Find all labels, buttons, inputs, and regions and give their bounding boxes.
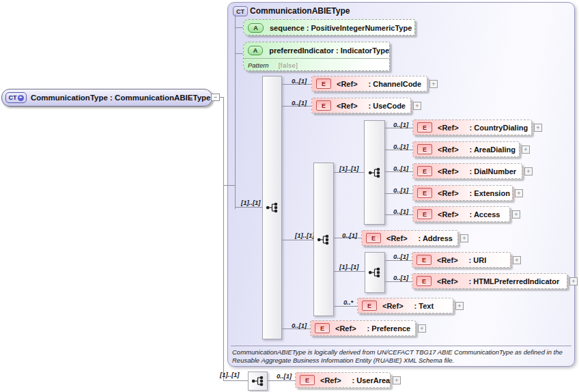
element-ref: <Ref> [438,210,459,219]
expand-icon[interactable]: + [418,324,426,333]
plus-icon: + [18,95,24,101]
sequence-group-contact [313,163,334,316]
root-entity[interactable]: CT + CommunicationType : CommunicationAB… [1,89,212,107]
connector [334,172,364,173]
expand-icon[interactable]: + [515,189,523,197]
attribute-preferred-indicator: A preferredIndicator : IndicatorType Pat… [243,42,390,71]
sequence-group-main [262,76,282,339]
element-name: : Access [470,210,500,219]
cardinality-label: [1]..[1] [241,199,261,206]
expand-icon[interactable]: + [460,234,468,242]
element-name: : HTMLPreferredIndicator [469,277,560,285]
element-areadialing: E <Ref> : AreaDialing + [412,141,520,157]
element-icon: E [417,209,432,219]
expand-icon[interactable]: + [569,277,578,285]
facet-value: [false] [279,61,298,69]
expand-icon[interactable]: + [534,124,542,132]
element-icon: E [366,233,381,243]
cardinality-label: 0..[1] [393,121,408,128]
attribute-sequence: A sequence : PositiveIntegerNumericType [243,19,415,36]
sequence-group-web [365,252,385,293]
sequence-group-dial [364,120,385,225]
element-ref: <Ref> [438,145,459,154]
element-usecode: E <Ref> : UseCode + [311,98,411,113]
expand-icon[interactable]: + [429,80,438,88]
connector [334,306,357,307]
connector [334,271,365,272]
element-ref: <Ref> [437,277,458,285]
attribute-icon: A [248,46,263,55]
element-icon: E [316,100,331,111]
element-htmlpreferredindicator: E <Ref> : HTMLPreferredIndicator + [412,273,567,289]
element-name: : Text [414,302,434,310]
expand-icon[interactable]: + [455,302,464,310]
element-access: E <Ref> : Access + [412,206,510,222]
element-ref: <Ref> [438,124,459,132]
connector [235,27,243,28]
sequence-icon [266,202,279,213]
attribute-label: preferredIndicator : IndicatorType [269,46,389,55]
cardinality-label: [1]..[1] [339,263,359,270]
complextype-badge-label: CT [9,94,17,101]
element-text: E <Ref> : Text + [357,298,453,313]
expand-icon[interactable]: + [413,102,421,110]
footer-divider [231,346,571,346]
element-ref: <Ref> [337,102,358,110]
cardinality-label: [1]..[1] [220,371,240,378]
element-ref: <Ref> [386,234,408,242]
element-icon: E [315,323,330,333]
cardinality-label: 0..[1] [393,186,408,194]
complextype-icon: CT + [5,92,27,103]
connector [235,207,262,208]
element-userarea: E <Ref> : UserArea + [295,372,391,388]
derivation-note: CommunicationABIEType is logically deriv… [232,348,564,364]
root-entity-label: CommunicationType : CommunicationABIETyp… [31,94,210,102]
element-channelcode: E <Ref> : ChannelCode + [311,76,427,92]
complextype-panel: CT CommunicationABIEType A sequence : Po… [227,2,575,367]
element-uri: E <Ref> : URI + [412,252,511,268]
pattern-facet: Pattern [false] [244,58,389,71]
cardinality-label: 0..[1] [393,165,408,172]
element-icon: E [417,122,432,132]
expand-icon[interactable]: + [522,145,530,154]
element-ref: <Ref> [335,324,356,333]
element-icon: E [316,79,331,89]
element-ref: <Ref> [337,80,358,88]
cardinality-label: 0..[1] [292,322,307,329]
connector [385,281,412,282]
sequence-icon [369,167,381,178]
element-icon: E [416,276,432,286]
cardinality-label: 0..[1] [393,253,408,260]
element-ref: <Ref> [437,256,458,264]
element-ref: <Ref> [438,189,459,197]
schema-diagram: CT CommunicationABIEType A sequence : Po… [0,0,579,392]
connector [385,260,412,261]
expand-icon[interactable]: + [513,256,521,264]
cardinality-label: 0..[1] [393,274,408,281]
panel-title: CommunicationABIEType [250,6,350,16]
element-icon: E [417,166,432,176]
expand-icon[interactable]: + [524,167,533,176]
element-icon: E [416,255,432,265]
expand-icon[interactable]: + [512,210,520,219]
expand-icon[interactable]: + [393,376,401,384]
element-name: : UseCode [369,102,406,110]
element-preference: E <Ref> : Preference + [310,320,416,336]
sequence-icon [369,267,381,278]
element-extension: E <Ref> : Extension + [412,185,513,201]
element-name: : Preference [367,324,411,333]
element-name: : UserArea [352,376,391,384]
cardinality-label: 0..[1] [277,372,292,380]
connector [223,97,224,380]
connector [223,185,235,186]
connector [282,240,313,240]
cardinality-label: 0..[1] [342,232,357,239]
sequence-group-userarea [248,372,268,391]
collapse-icon[interactable]: − [211,94,220,101]
cardinality-label: 0..[1] [292,99,307,107]
element-name: : Extension [470,189,510,197]
element-name: : DialNumber [470,167,516,176]
element-name: : AreaDialing [470,145,516,154]
element-address: E <Ref> : Address + [361,230,458,246]
element-name: : CountryDialing [470,124,528,132]
